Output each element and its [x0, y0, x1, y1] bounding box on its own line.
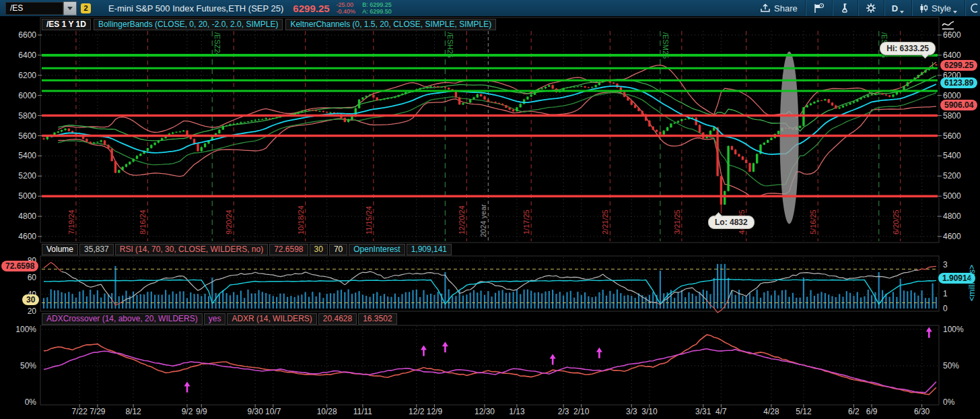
topbar-toolbar: Share D Style: [753, 0, 980, 16]
chart-application: /ES 1 Y 1D BollingerBands (CLOSE, 0, 20,…: [0, 0, 980, 419]
volume-bars: [43, 264, 937, 309]
change-abs: -25.00: [337, 1, 356, 8]
timeframe-label: D: [892, 3, 898, 13]
bollinger-bands: [58, 62, 936, 197]
flag-clock-icon: [813, 3, 825, 13]
style-button[interactable]: Style: [912, 0, 965, 16]
share-icon: [760, 3, 771, 13]
watchlist-count-badge[interactable]: 2: [81, 3, 91, 13]
crossover-arrows: [184, 327, 932, 393]
symbol-dropdown-button[interactable]: [63, 1, 77, 15]
analysis-tools-button[interactable]: [833, 0, 858, 16]
topbar: /ES 2 E-mini S&P 500 Index Futures,ETH (…: [0, 0, 980, 16]
style-label: Style: [932, 3, 951, 13]
symbol-text: /ES: [10, 3, 23, 13]
price-change: -25.00 -0.40%: [337, 1, 356, 15]
bid-ask: B: 6299.25 A: 6299.50: [362, 1, 392, 15]
settings-button[interactable]: [858, 0, 884, 16]
events-button[interactable]: [806, 0, 832, 16]
chart-canvas[interactable]: [0, 0, 980, 419]
last-price: 6299.25: [293, 3, 329, 14]
share-label: Share: [774, 3, 798, 13]
candles: [42, 62, 937, 213]
timeframe-button[interactable]: D: [884, 0, 911, 16]
chevron-down-icon: [67, 7, 73, 10]
beaker-icon: [840, 3, 850, 13]
instrument-title: E-mini S&P 500 Index Futures,ETH (SEP 25…: [108, 3, 283, 13]
clock-icon: [968, 3, 977, 13]
symbol-input[interactable]: /ES: [5, 2, 63, 15]
rsi-line-extreme: [44, 262, 936, 313]
highlight-ellipse: [780, 51, 799, 224]
chevron-down-icon: [953, 11, 957, 13]
candlestick-icon: [919, 3, 928, 13]
bid-value: B: 6299.25: [362, 1, 392, 8]
change-pct: -0.40%: [337, 8, 356, 15]
more-tools-button[interactable]: [965, 0, 980, 16]
gear-icon: [866, 3, 876, 13]
chevron-down-icon: [900, 11, 904, 13]
ask-value: A: 6299.50: [362, 8, 392, 15]
share-button[interactable]: Share: [753, 0, 805, 16]
